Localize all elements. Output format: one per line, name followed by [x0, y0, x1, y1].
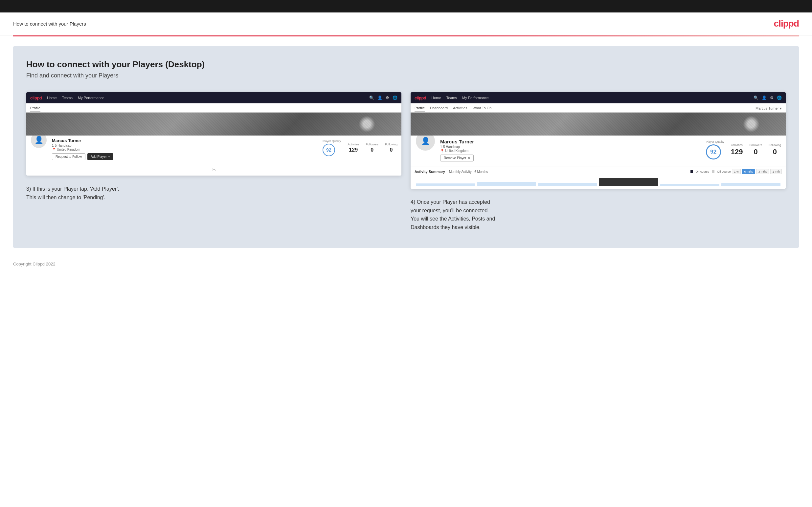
mock-nav-performance-right[interactable]: My Performance: [462, 96, 489, 100]
main-content: How to connect with your Players (Deskto…: [13, 46, 799, 248]
quality-circle-right: 92: [706, 145, 721, 160]
mock-nav-icons-right: 🔍 👤 ⚙ 🌐: [754, 96, 782, 100]
follow-button-left[interactable]: Request to Follow: [52, 153, 86, 160]
screenshot-col-left: clippd Home Teams My Performance 🔍 👤 ⚙ 🌐…: [26, 92, 401, 231]
hero-texture-right: [411, 113, 786, 135]
stat-followers-left: Followers 0: [366, 143, 378, 153]
mock-nav-teams-right[interactable]: Teams: [446, 96, 457, 100]
mock-nav-home-right[interactable]: Home: [431, 96, 441, 100]
period-3mths[interactable]: 3 mths: [756, 169, 769, 174]
mock-nav-teams-left[interactable]: Teams: [62, 96, 72, 100]
legend-offcourse-dot: [712, 170, 714, 173]
profile-info-left: Marcus Turner 1-5 Handicap 📍 United King…: [52, 138, 318, 160]
location-left: 📍 United Kingdom: [52, 148, 318, 151]
handicap-left: 1-5 Handicap: [52, 144, 318, 147]
search-icon-left[interactable]: 🔍: [369, 96, 374, 100]
globe-icon-right[interactable]: 🌐: [777, 96, 782, 100]
scissors-icon-left: ✂: [26, 164, 401, 176]
mock-nav-icons-left: 🔍 👤 ⚙ 🌐: [369, 96, 398, 100]
activity-header-right: Activity Summary Monthly Activity · 6 Mo…: [414, 169, 782, 174]
main-subtitle: Find and connect with your Players: [26, 72, 786, 79]
mock-nav-left: clippd Home Teams My Performance 🔍 👤 ⚙ 🌐: [26, 92, 401, 103]
hero-left: [26, 113, 401, 135]
profile-info-right: Marcus Turner 1-5 Handicap 📍 United King…: [440, 139, 706, 161]
header: How to connect with your Players clippd: [0, 12, 812, 36]
settings-icon-right[interactable]: ⚙: [770, 96, 773, 100]
mock-browser-right: clippd Home Teams My Performance 🔍 👤 ⚙ 🌐…: [411, 92, 786, 189]
stat-activities-left: Activities 129: [348, 143, 359, 153]
location-pin-left: 📍: [52, 148, 56, 151]
header-title: How to connect with your Players: [13, 21, 86, 26]
quality-circle-left: 92: [322, 144, 335, 156]
screenshots-row: clippd Home Teams My Performance 🔍 👤 ⚙ 🌐…: [26, 92, 786, 231]
profile-row-right: 👤 Marcus Turner 1-5 Handicap 📍 United Ki…: [415, 139, 781, 161]
mock-logo-right: clippd: [414, 96, 426, 100]
globe-icon-left[interactable]: 🌐: [393, 96, 398, 100]
location-pin-right: 📍: [440, 149, 444, 153]
main-title: How to connect with your Players (Deskto…: [26, 59, 786, 69]
tab-profile-right[interactable]: Profile: [414, 106, 425, 112]
remove-btn-container: Remove Player ✕: [440, 155, 706, 161]
legend-offcourse-label: Off course: [717, 170, 730, 173]
search-icon-right[interactable]: 🔍: [754, 96, 758, 100]
mock-tabs-right: Profile Dashboard Activities What To On …: [411, 103, 786, 113]
activity-summary-right: Activity Summary Monthly Activity · 6 Mo…: [411, 166, 786, 189]
add-player-button-left[interactable]: Add Player +: [87, 153, 113, 160]
tab-dashboard-right[interactable]: Dashboard: [430, 106, 448, 112]
accent-line: [13, 36, 799, 37]
clippd-logo: clippd: [774, 18, 799, 29]
handicap-right: 1-5 Handicap: [440, 145, 706, 149]
legend-oncourse-label: On course: [696, 170, 710, 173]
caption-4: 4) Once your Player has accepted your re…: [411, 198, 786, 231]
stat-following-right: Following 0: [769, 144, 781, 156]
mock-logo-left: clippd: [30, 96, 42, 100]
activity-title-right: Activity Summary: [414, 170, 445, 174]
period-6mths[interactable]: 6 mths: [742, 169, 755, 174]
activity-legend: On course Off course: [691, 170, 731, 173]
top-bar: [0, 0, 812, 12]
stat-following-left: Following 0: [385, 143, 398, 153]
tab-profile-left[interactable]: Profile: [30, 106, 40, 112]
stat-activities-right: Activities 129: [731, 144, 743, 156]
activity-controls-right: On course Off course 1 yr 6 mths 3 mths …: [691, 169, 782, 174]
mock-nav-home-left[interactable]: Home: [47, 96, 56, 100]
user-icon-left[interactable]: 👤: [377, 96, 383, 100]
legend-oncourse-dot: [691, 170, 693, 173]
location-right: 📍 United Kingdom: [440, 149, 706, 153]
mock-nav-right: clippd Home Teams My Performance 🔍 👤 ⚙ 🌐: [411, 92, 786, 103]
copyright-text: Copyright Clippd 2022: [13, 262, 55, 267]
chart-bar-1: [416, 183, 475, 186]
chart-bar-2: [477, 182, 536, 186]
period-1yr[interactable]: 1 yr: [732, 169, 741, 174]
chart-bar-6: [721, 183, 780, 186]
tab-activities-right[interactable]: Activities: [453, 106, 467, 112]
player-name-right: Marcus Turner: [440, 139, 706, 145]
hero-texture-left: [26, 113, 401, 135]
activity-chart: [414, 177, 782, 186]
avatar-icon-left: 👤: [35, 136, 43, 145]
settings-icon-left[interactable]: ⚙: [386, 96, 389, 100]
profile-section-right: 👤 Marcus Turner 1-5 Handicap 📍 United Ki…: [411, 135, 786, 166]
buttons-left: Request to Follow Add Player +: [52, 153, 318, 160]
period-1mth[interactable]: 1 mth: [770, 169, 782, 174]
chart-bar-5: [660, 184, 719, 186]
mock-nav-performance-left[interactable]: My Performance: [78, 96, 104, 100]
hero-right: [411, 113, 786, 135]
remove-player-button-right[interactable]: Remove Player ✕: [440, 155, 474, 161]
stat-quality-left: Player Quality 92: [322, 139, 341, 156]
tab-what-to-on-right[interactable]: What To On: [472, 106, 492, 112]
screenshot-col-right: clippd Home Teams My Performance 🔍 👤 ⚙ 🌐…: [411, 92, 786, 231]
caption-3: 3) If this is your Player tap, 'Add Play…: [26, 185, 401, 202]
player-name-left: Marcus Turner: [52, 138, 318, 143]
stats-right: Player Quality 92 Activities 129 Followe…: [706, 140, 781, 160]
user-icon-right[interactable]: 👤: [762, 96, 767, 100]
footer: Copyright Clippd 2022: [0, 258, 812, 270]
mock-browser-left: clippd Home Teams My Performance 🔍 👤 ⚙ 🌐…: [26, 92, 401, 176]
stat-quality-right: Player Quality 92: [706, 140, 724, 160]
chart-bar-4: [599, 178, 658, 186]
user-dropdown-right[interactable]: Marcus Turner ▾: [756, 106, 782, 112]
profile-section-left: 👤 Marcus Turner 1-5 Handicap 📍 United Ki…: [26, 135, 401, 164]
stats-left: Player Quality 92 Activities 129 Followe…: [322, 138, 398, 156]
avatar-icon-right: 👤: [421, 137, 430, 146]
chart-bar-3: [538, 183, 597, 186]
